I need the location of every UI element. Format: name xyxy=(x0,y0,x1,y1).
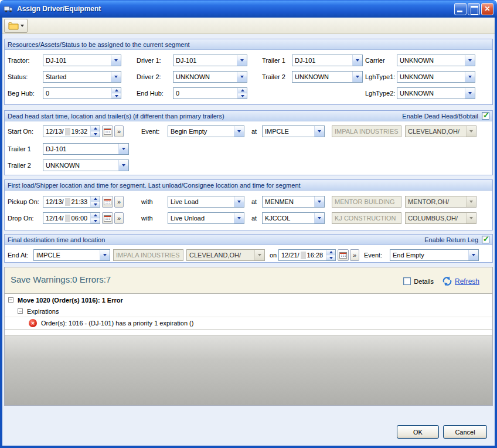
spin-down-button[interactable] xyxy=(238,93,247,99)
spin-down-button[interactable] xyxy=(112,93,121,99)
deadhead-location-name: IMPALA INDUSTRIES xyxy=(332,125,401,137)
pickup-event-select[interactable]: Live Load xyxy=(168,196,244,208)
pickup-expand-button[interactable] xyxy=(114,196,124,208)
dh-trailer2-label: Trailer 2 xyxy=(8,159,31,171)
driver2-label: Driver 2: xyxy=(137,71,161,83)
lghtype2-label: LghType2: xyxy=(365,87,395,99)
deadhead-section: Dead head start time, location and trail… xyxy=(4,110,493,175)
end-calendar-button[interactable] xyxy=(338,249,349,261)
start-date-text: 12/13/ xyxy=(46,128,64,135)
enable-return-checkbox[interactable] xyxy=(482,236,489,243)
pickup-datetime[interactable]: 12/13/21:33 xyxy=(43,196,100,208)
spin-up-button[interactable] xyxy=(91,126,100,131)
trailer1-select[interactable]: DJ-101 xyxy=(292,55,363,66)
pickup-at-label: at xyxy=(251,196,257,208)
end-date-text: 12/21/ xyxy=(281,252,299,259)
deadhead-section-header: Dead head start time, location and trail… xyxy=(5,111,492,121)
drop-datetime[interactable]: 12/14/06:00 xyxy=(43,212,100,224)
refresh-link[interactable]: Refresh xyxy=(455,277,479,286)
chevron-down-icon xyxy=(468,250,478,260)
chevron-down-icon xyxy=(352,72,362,82)
open-icon xyxy=(8,22,19,30)
pickup-calendar-button[interactable] xyxy=(102,196,113,208)
deadhead-location-city: CLEVELAND,OH/ xyxy=(405,125,476,137)
chevron-down-icon xyxy=(237,72,247,82)
spin-up-button[interactable] xyxy=(112,88,121,93)
final-destination-header: Final destination time and location Enab… xyxy=(5,235,492,245)
collapse-icon[interactable] xyxy=(18,308,23,314)
spin-down-button[interactable] xyxy=(91,202,100,208)
start-calendar-button[interactable] xyxy=(102,125,113,137)
toolbar-open-button[interactable] xyxy=(4,19,28,33)
tree-node-expirations[interactable]: Expirations xyxy=(5,306,492,317)
drop-event-select[interactable]: Live Unload xyxy=(168,212,244,224)
chevron-down-icon xyxy=(466,213,476,223)
drop-calendar-button[interactable] xyxy=(102,212,113,224)
assign-driver-equipment-dialog: Assign Driver/Equipment Resources/Assets… xyxy=(0,0,497,448)
dh-trailer2-select[interactable]: UNKNOWN xyxy=(43,159,129,171)
spin-down-button[interactable] xyxy=(326,255,335,261)
driver1-select[interactable]: DJ-101 xyxy=(173,55,247,66)
expirations-node-label: Expirations xyxy=(27,308,59,315)
endat-label: End At: xyxy=(8,249,28,261)
loads-section-header: First load/Shipper location and time for… xyxy=(5,180,492,191)
spin-down-button[interactable] xyxy=(91,218,100,224)
final-destination-section: Final destination time and location Enab… xyxy=(4,234,493,263)
start-expand-button[interactable] xyxy=(114,125,124,137)
final-event-select[interactable]: End Empty xyxy=(390,249,479,261)
drop-at-label: at xyxy=(251,212,257,224)
trailer2-select[interactable]: UNKNOWN xyxy=(292,71,363,83)
maximize-button[interactable] xyxy=(468,3,480,15)
spin-up-button[interactable] xyxy=(238,88,247,93)
spin-up-button[interactable] xyxy=(326,250,335,255)
spinner xyxy=(90,126,100,137)
beghub-spinbox[interactable]: 0 xyxy=(43,87,121,99)
error-row[interactable]: Order(s): 1016 - (DJ-101) has a priority… xyxy=(5,317,492,330)
tractor-label: Tractor: xyxy=(8,55,30,66)
end-expand-button[interactable] xyxy=(350,249,359,261)
masked-year xyxy=(301,252,306,259)
error-icon xyxy=(29,319,37,327)
title-bar: Assign Driver/Equipment xyxy=(0,0,497,18)
minimize-button[interactable] xyxy=(454,3,467,15)
error-message: Order(s): 1016 - (DJ-101) has a priority… xyxy=(41,320,193,327)
deadhead-at-label: at xyxy=(251,125,257,137)
deadhead-event-select[interactable]: Begin Empty xyxy=(168,125,244,137)
drop-location-select[interactable]: KJCCOL xyxy=(262,212,325,224)
pickup-location-select[interactable]: MENMEN xyxy=(262,196,325,208)
tree-node-move[interactable]: Move 1020 (Order(s) 1016): 1 Error xyxy=(5,294,492,306)
spin-up-button[interactable] xyxy=(91,213,100,218)
enable-deadhead-checkbox[interactable] xyxy=(482,112,489,120)
details-label: Details xyxy=(414,278,434,285)
chevron-down-icon xyxy=(111,55,121,66)
end-location-city: CLEVELAND,OH/ xyxy=(186,249,265,261)
dh-trailer1-select[interactable]: DJ-101 xyxy=(43,143,129,155)
lghtype2-select[interactable]: UNKNOWN xyxy=(397,87,475,99)
spinner xyxy=(237,88,247,99)
on-label: on xyxy=(270,249,277,261)
status-select[interactable]: Started xyxy=(43,71,121,83)
collapse-icon[interactable] xyxy=(8,297,13,303)
ok-button[interactable]: OK xyxy=(397,425,439,439)
spinner xyxy=(326,250,335,260)
deadhead-event-label: Event: xyxy=(141,125,159,137)
spin-down-button[interactable] xyxy=(91,131,100,137)
end-location-select[interactable]: IMPCLE xyxy=(33,249,110,261)
spin-up-button[interactable] xyxy=(91,196,100,202)
close-button[interactable] xyxy=(481,3,493,15)
drop-expand-button[interactable] xyxy=(114,212,124,224)
start-on-datetime[interactable]: 12/13/19:32 xyxy=(43,125,100,137)
chevron-down-icon xyxy=(466,196,476,207)
cancel-button[interactable]: Cancel xyxy=(443,425,487,439)
endhub-spinbox[interactable]: 0 xyxy=(173,87,247,99)
driver2-select[interactable]: UNKNOWN xyxy=(173,71,247,83)
carrier-select[interactable]: UNKNOWN xyxy=(397,55,475,66)
lghtype1-select[interactable]: UNKNOWN xyxy=(397,71,475,83)
deadhead-location-select[interactable]: IMPCLE xyxy=(262,125,325,137)
details-checkbox[interactable] xyxy=(403,277,411,285)
chevron-down-icon xyxy=(465,55,475,66)
driver1-label: Driver 1: xyxy=(137,55,161,66)
toolbar xyxy=(2,18,495,34)
tractor-select[interactable]: DJ-101 xyxy=(43,55,121,66)
end-datetime[interactable]: 12/21/16:28 xyxy=(278,249,336,261)
